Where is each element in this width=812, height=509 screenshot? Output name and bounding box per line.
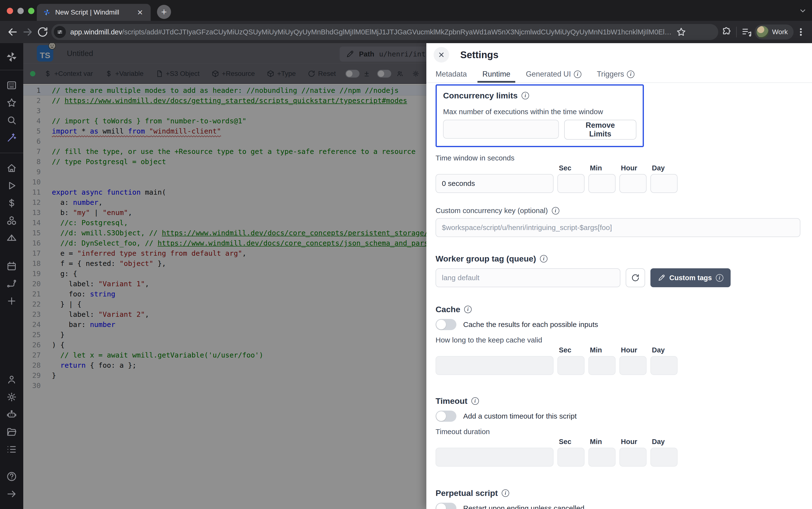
sidebar-item-wand[interactable] <box>6 132 17 143</box>
code-line[interactable]: 29} <box>23 370 426 380</box>
sidebar-item-user[interactable] <box>6 374 17 385</box>
sidebar-item-star[interactable] <box>6 97 17 108</box>
code-line[interactable]: 5import * as wmill from "windmill-client… <box>23 126 426 136</box>
new-tab-button[interactable]: + <box>157 5 171 19</box>
browser-profile[interactable]: Work <box>754 25 793 39</box>
reload-icon[interactable] <box>36 26 49 38</box>
toolbar-s3-object-button[interactable]: +S3 Object <box>154 69 201 78</box>
sidebar-item-help[interactable] <box>6 471 17 482</box>
code-line[interactable]: 7// fill the type, or use the +Resource … <box>23 146 426 157</box>
gear-icon[interactable] <box>412 69 419 78</box>
back-icon[interactable] <box>6 26 19 38</box>
max-executions-input[interactable] <box>443 120 559 139</box>
path-chip[interactable]: Path u/henri/intrigu <box>340 46 426 62</box>
info-icon[interactable] <box>471 397 479 405</box>
min-input[interactable] <box>588 448 616 467</box>
address-bar[interactable]: app.windmill.dev/scripts/add#JTdCJTIyaGF… <box>51 24 718 40</box>
code-line[interactable]: 24 bar: number <box>23 319 426 330</box>
maximize-window-icon[interactable] <box>28 8 34 14</box>
info-icon[interactable] <box>540 255 548 263</box>
sidebar-item-prism[interactable] <box>6 232 17 244</box>
day-input[interactable] <box>651 174 677 193</box>
hour-input[interactable] <box>619 174 647 193</box>
code-line[interactable]: 2// https://www.windmill.dev/docs/gettin… <box>23 96 426 106</box>
close-tab-icon[interactable]: ✕ <box>135 8 145 17</box>
code-line[interactable]: 8// type Postgresql = object <box>23 157 426 167</box>
close-drawer-button[interactable] <box>434 47 449 63</box>
custom-concurrency-key-input[interactable]: $workspace/script/u/henri/intriguing_scr… <box>436 218 800 237</box>
timeout-toggle[interactable] <box>436 411 456 422</box>
sidebar-item-plus[interactable] <box>6 296 17 307</box>
code-line[interactable]: 28 return { foo: a }; <box>23 360 426 370</box>
min-input[interactable] <box>588 356 616 375</box>
extensions-icon[interactable] <box>721 26 732 38</box>
duration-main-input[interactable]: 0 seconds <box>436 174 554 193</box>
perpetual-toggle[interactable] <box>436 503 456 509</box>
browser-tab[interactable]: New Script | Windmill ✕ <box>37 4 151 21</box>
sidebar-item-list[interactable] <box>6 444 17 455</box>
toolbar-variable-button[interactable]: +Variable <box>103 69 145 78</box>
code-line[interactable]: 26) { <box>23 340 426 350</box>
code-line[interactable]: 25 } <box>23 330 426 340</box>
day-input[interactable] <box>651 448 677 467</box>
sidebar-item-home[interactable] <box>6 163 17 174</box>
code-line[interactable]: 16 //d: DynSelect_foo, // https://www.wi… <box>23 238 426 248</box>
code-line[interactable]: 20 label: "Variant 1", <box>23 279 426 289</box>
info-icon[interactable] <box>522 92 529 99</box>
tab-triggers[interactable]: Triggers <box>597 66 635 83</box>
remove-limits-button[interactable]: Remove Limits <box>564 120 636 140</box>
code-line[interactable]: 27 // let x = await wmill.getVariable('u… <box>23 350 426 360</box>
sidebar-item-dollar[interactable] <box>6 198 17 209</box>
code-line[interactable]: 22 } | { <box>23 299 426 309</box>
minimize-window-icon[interactable] <box>17 8 24 14</box>
sidebar-item-cubes[interactable] <box>6 215 17 226</box>
code-line[interactable]: 30 <box>23 380 426 391</box>
toolbar-reset-button[interactable]: Reset <box>306 69 337 78</box>
sec-input[interactable] <box>557 356 585 375</box>
code-line[interactable]: 11export async function main( <box>23 187 426 197</box>
code-line[interactable]: 12 a: number, <box>23 197 426 207</box>
cache-toggle[interactable] <box>436 319 456 330</box>
sidebar-item-apps[interactable] <box>6 80 17 91</box>
bookmark-star-icon[interactable] <box>676 27 687 37</box>
hour-input[interactable] <box>619 448 647 467</box>
close-window-icon[interactable] <box>7 8 13 14</box>
custom-tags-button[interactable]: Custom tags <box>651 268 731 287</box>
refresh-tags-button[interactable] <box>626 268 645 287</box>
sec-input[interactable] <box>557 174 585 193</box>
toolbar-type-button[interactable]: +Type <box>265 69 297 78</box>
code-line[interactable]: 14 //c: Postgresql, <box>23 218 426 228</box>
browser-menu-icon[interactable] <box>796 27 806 37</box>
sec-input[interactable] <box>557 448 585 467</box>
sidebar-item-search[interactable] <box>6 115 17 126</box>
code-line[interactable]: 1// there are multiple modes to add as h… <box>23 85 426 96</box>
sidebar-item-play[interactable] <box>6 180 17 191</box>
info-icon[interactable] <box>502 489 509 497</box>
code-line[interactable]: 17 e = "inferred type string from defaul… <box>23 248 426 259</box>
multiplayer-toggle[interactable] <box>377 70 391 77</box>
diff-toggle[interactable] <box>345 70 360 77</box>
sidebar-item-arrow-right[interactable] <box>6 488 17 500</box>
window-controls[interactable] <box>7 8 34 14</box>
min-input[interactable] <box>588 174 616 193</box>
script-title[interactable]: Untitled <box>67 49 93 58</box>
info-icon[interactable] <box>552 207 559 214</box>
toolbar-context-var-button[interactable]: +Context var <box>42 69 95 78</box>
sidebar-item-folder[interactable] <box>6 426 17 438</box>
code-line[interactable]: 18 f = { nested: "object" }, <box>23 259 426 269</box>
worker-group-input[interactable]: lang default <box>436 268 620 287</box>
hour-input[interactable] <box>619 356 647 375</box>
tab-metadata[interactable]: Metadata <box>436 66 467 83</box>
code-line[interactable]: 3 <box>23 106 426 116</box>
code-line[interactable]: 23 label: "Variant 2", <box>23 309 426 319</box>
code-line[interactable]: 4// import { toWords } from "number-to-w… <box>23 116 426 126</box>
tab-runtime[interactable]: Runtime <box>482 66 510 83</box>
sidebar-item-robot[interactable] <box>6 409 17 420</box>
code-line[interactable]: 19 g: { <box>23 269 426 279</box>
code-line[interactable]: 10 <box>23 177 426 187</box>
reading-list-icon[interactable] <box>741 26 752 38</box>
duration-main-input[interactable] <box>436 448 554 467</box>
code-line[interactable]: 9 <box>23 167 426 177</box>
duration-main-input[interactable] <box>436 356 554 375</box>
tab-generated-ui[interactable]: Generated UI <box>526 66 581 83</box>
